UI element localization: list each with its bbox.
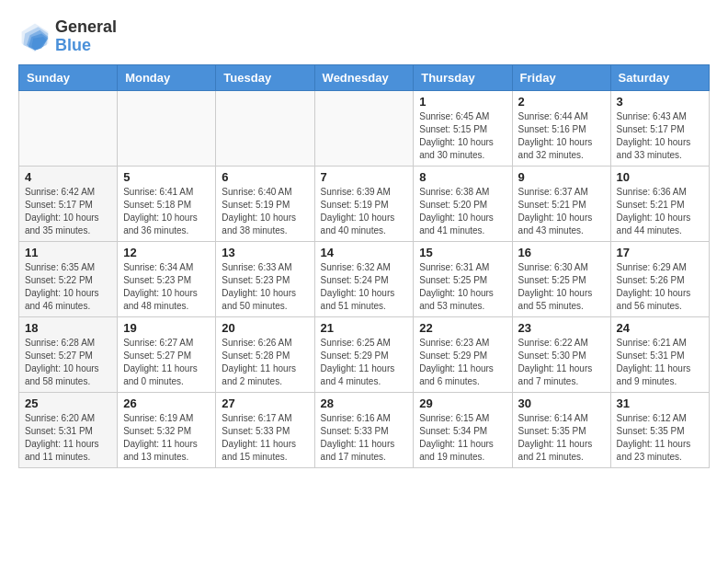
day-info: Sunrise: 6:16 AM Sunset: 5:33 PM Dayligh… [321,412,408,464]
day-info: Sunrise: 6:37 AM Sunset: 5:21 PM Dayligh… [518,186,605,237]
calendar-day: 8Sunrise: 6:38 AM Sunset: 5:20 PM Daylig… [414,166,512,241]
day-info: Sunrise: 6:42 AM Sunset: 5:17 PM Dayligh… [25,186,111,237]
day-info: Sunrise: 6:22 AM Sunset: 5:30 PM Dayligh… [518,337,605,388]
day-info: Sunrise: 6:38 AM Sunset: 5:20 PM Dayligh… [419,186,506,237]
day-info: Sunrise: 6:36 AM Sunset: 5:21 PM Dayligh… [617,186,703,237]
day-info: Sunrise: 6:34 AM Sunset: 5:23 PM Dayligh… [123,261,210,313]
calendar-week-4: 18Sunrise: 6:28 AM Sunset: 5:27 PM Dayli… [19,316,710,392]
calendar-day: 10Sunrise: 6:36 AM Sunset: 5:21 PM Dayli… [610,166,709,241]
logo-icon [18,20,51,53]
day-number: 31 [617,396,703,410]
calendar-day: 20Sunrise: 6:26 AM Sunset: 5:28 PM Dayli… [216,316,314,392]
calendar-day: 24Sunrise: 6:21 AM Sunset: 5:31 PM Dayli… [610,316,709,392]
calendar: SundayMondayTuesdayWednesdayThursdayFrid… [18,64,710,468]
day-number: 8 [419,170,506,184]
day-number: 14 [321,246,408,259]
calendar-day: 22Sunrise: 6:23 AM Sunset: 5:29 PM Dayli… [414,316,512,392]
day-info: Sunrise: 6:43 AM Sunset: 5:17 PM Dayligh… [617,110,703,162]
day-info: Sunrise: 6:12 AM Sunset: 5:35 PM Dayligh… [617,412,703,464]
day-info: Sunrise: 6:29 AM Sunset: 5:26 PM Dayligh… [617,261,703,313]
calendar-day [118,90,216,166]
calendar-week-1: 1Sunrise: 6:45 AM Sunset: 5:15 PM Daylig… [19,90,710,166]
day-number: 9 [518,170,605,184]
calendar-day: 4Sunrise: 6:42 AM Sunset: 5:17 PM Daylig… [19,166,118,241]
day-number: 22 [419,321,506,335]
page-header: General Blue [18,18,710,55]
day-number: 25 [25,396,111,410]
calendar-week-3: 11Sunrise: 6:35 AM Sunset: 5:22 PM Dayli… [19,241,710,316]
day-number: 10 [617,170,703,184]
calendar-day: 9Sunrise: 6:37 AM Sunset: 5:21 PM Daylig… [512,166,610,241]
header-wednesday: Wednesday [314,64,414,90]
day-number: 2 [518,95,605,109]
header-monday: Monday [118,64,216,90]
day-number: 23 [518,321,605,335]
day-info: Sunrise: 6:35 AM Sunset: 5:22 PM Dayligh… [25,261,111,313]
calendar-day: 31Sunrise: 6:12 AM Sunset: 5:35 PM Dayli… [610,392,709,467]
calendar-day: 19Sunrise: 6:27 AM Sunset: 5:27 PM Dayli… [118,316,216,392]
calendar-day: 1Sunrise: 6:45 AM Sunset: 5:15 PM Daylig… [414,90,512,166]
calendar-day: 28Sunrise: 6:16 AM Sunset: 5:33 PM Dayli… [314,392,414,467]
day-number: 4 [25,170,111,184]
calendar-day: 30Sunrise: 6:14 AM Sunset: 5:35 PM Dayli… [512,392,610,467]
calendar-day: 5Sunrise: 6:41 AM Sunset: 5:18 PM Daylig… [118,166,216,241]
calendar-day: 29Sunrise: 6:15 AM Sunset: 5:34 PM Dayli… [414,392,512,467]
calendar-header-row: SundayMondayTuesdayWednesdayThursdayFrid… [19,64,710,90]
calendar-day: 14Sunrise: 6:32 AM Sunset: 5:24 PM Dayli… [314,241,414,316]
day-info: Sunrise: 6:32 AM Sunset: 5:24 PM Dayligh… [321,261,408,313]
day-info: Sunrise: 6:14 AM Sunset: 5:35 PM Dayligh… [518,412,605,464]
day-number: 13 [222,246,308,259]
day-number: 3 [617,95,703,109]
calendar-day: 21Sunrise: 6:25 AM Sunset: 5:29 PM Dayli… [314,316,414,392]
day-number: 1 [419,95,506,109]
day-number: 19 [123,321,210,335]
calendar-day: 16Sunrise: 6:30 AM Sunset: 5:25 PM Dayli… [512,241,610,316]
day-info: Sunrise: 6:26 AM Sunset: 5:28 PM Dayligh… [222,337,308,388]
calendar-day: 23Sunrise: 6:22 AM Sunset: 5:30 PM Dayli… [512,316,610,392]
logo-text: General Blue [55,18,117,55]
calendar-day: 6Sunrise: 6:40 AM Sunset: 5:19 PM Daylig… [216,166,314,241]
calendar-week-2: 4Sunrise: 6:42 AM Sunset: 5:17 PM Daylig… [19,166,710,241]
calendar-day: 2Sunrise: 6:44 AM Sunset: 5:16 PM Daylig… [512,90,610,166]
day-info: Sunrise: 6:25 AM Sunset: 5:29 PM Dayligh… [321,337,408,388]
day-info: Sunrise: 6:45 AM Sunset: 5:15 PM Dayligh… [419,110,506,162]
day-info: Sunrise: 6:27 AM Sunset: 5:27 PM Dayligh… [123,337,210,388]
header-friday: Friday [512,64,610,90]
day-info: Sunrise: 6:28 AM Sunset: 5:27 PM Dayligh… [25,337,111,388]
day-info: Sunrise: 6:41 AM Sunset: 5:18 PM Dayligh… [123,186,210,237]
day-number: 12 [123,246,210,259]
day-info: Sunrise: 6:31 AM Sunset: 5:25 PM Dayligh… [419,261,506,313]
day-number: 16 [518,246,605,259]
day-info: Sunrise: 6:20 AM Sunset: 5:31 PM Dayligh… [25,412,111,464]
calendar-day [314,90,414,166]
day-number: 26 [123,396,210,410]
day-number: 29 [419,396,506,410]
header-saturday: Saturday [610,64,709,90]
day-info: Sunrise: 6:39 AM Sunset: 5:19 PM Dayligh… [321,186,408,237]
day-info: Sunrise: 6:21 AM Sunset: 5:31 PM Dayligh… [617,337,703,388]
calendar-day: 13Sunrise: 6:33 AM Sunset: 5:23 PM Dayli… [216,241,314,316]
day-info: Sunrise: 6:19 AM Sunset: 5:32 PM Dayligh… [123,412,210,464]
day-info: Sunrise: 6:15 AM Sunset: 5:34 PM Dayligh… [419,412,506,464]
calendar-day: 15Sunrise: 6:31 AM Sunset: 5:25 PM Dayli… [414,241,512,316]
day-number: 15 [419,246,506,259]
calendar-day: 7Sunrise: 6:39 AM Sunset: 5:19 PM Daylig… [314,166,414,241]
day-number: 7 [321,170,408,184]
day-number: 27 [222,396,308,410]
day-number: 20 [222,321,308,335]
day-number: 21 [321,321,408,335]
logo: General Blue [18,18,117,55]
day-number: 17 [617,246,703,259]
day-info: Sunrise: 6:40 AM Sunset: 5:19 PM Dayligh… [222,186,308,237]
day-number: 5 [123,170,210,184]
day-info: Sunrise: 6:44 AM Sunset: 5:16 PM Dayligh… [518,110,605,162]
day-info: Sunrise: 6:17 AM Sunset: 5:33 PM Dayligh… [222,412,308,464]
calendar-day [216,90,314,166]
day-number: 18 [25,321,111,335]
calendar-day: 26Sunrise: 6:19 AM Sunset: 5:32 PM Dayli… [118,392,216,467]
calendar-week-5: 25Sunrise: 6:20 AM Sunset: 5:31 PM Dayli… [19,392,710,467]
calendar-day: 27Sunrise: 6:17 AM Sunset: 5:33 PM Dayli… [216,392,314,467]
day-number: 11 [25,246,111,259]
calendar-day: 3Sunrise: 6:43 AM Sunset: 5:17 PM Daylig… [610,90,709,166]
header-tuesday: Tuesday [216,64,314,90]
